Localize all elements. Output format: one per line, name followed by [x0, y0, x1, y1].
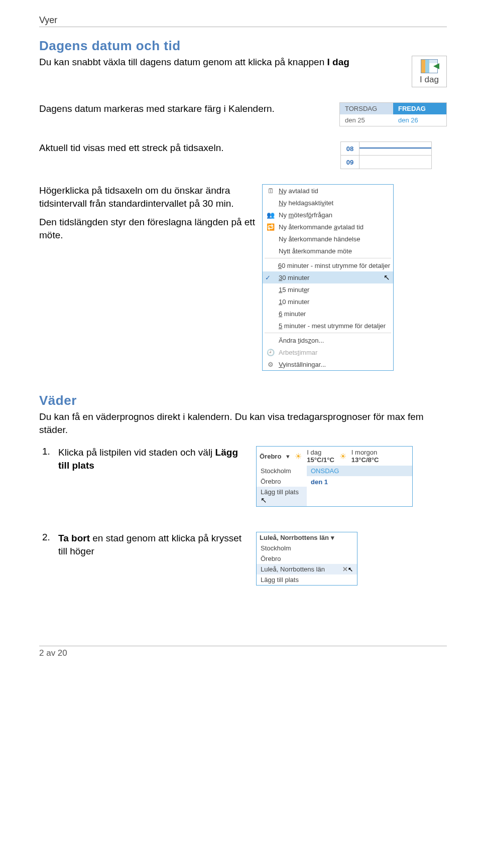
- daytable-th-torsdag: TORSDAG: [340, 103, 394, 115]
- idag-button-screenshot: I dag: [412, 56, 447, 87]
- weather-dropdown-2[interactable]: Luleå, Norrbottens län ▾ Stockholm Örebr…: [256, 532, 357, 586]
- page: Vyer Dagens datum och tid Du kan snabbt …: [0, 0, 482, 673]
- context-menu[interactable]: 🗓Ny avtalad tid Ny heldagsaktivitet 👥Ny …: [262, 184, 394, 371]
- chevron-down-icon[interactable]: ▾: [286, 453, 290, 460]
- daytable-th-fredag: FREDAG: [393, 103, 447, 115]
- sun-icon: ☀: [295, 452, 302, 461]
- p4: Högerklicka på tidsaxeln om du önskar än…: [39, 184, 255, 210]
- page-footer: 2 av 20: [39, 646, 447, 658]
- w2-opt-add[interactable]: Lägg till plats: [257, 574, 357, 585]
- weather-dropdown-1[interactable]: Örebro▾ ☀ I dag15°C/1°C ☀ I morgon13°C/8…: [256, 446, 413, 507]
- text-idag: Du kan snabbt växla till dagens datum ge…: [39, 56, 402, 69]
- context-menu-screenshot: 🗓Ny avtalad tid Ny heldagsaktivitet 👥Ny …: [262, 184, 394, 371]
- w1-opt-orebro[interactable]: Örebro: [257, 476, 307, 487]
- w1-today-lbl: I dag: [307, 449, 321, 456]
- menu-ny-aterkom-handelse[interactable]: Ny återkommande händelse: [263, 233, 393, 245]
- w1-daycell: den 1: [307, 476, 412, 488]
- daytable-d1: den 25: [340, 114, 394, 126]
- timeaxis-screenshot: 08 09: [340, 141, 432, 169]
- w2-city: Luleå, Norrbottens län: [260, 534, 329, 541]
- idag-button[interactable]: I dag: [412, 56, 447, 87]
- menu-15min[interactable]: 15 minuter: [263, 283, 393, 296]
- menu-tidszon[interactable]: Ändra tidszon...: [263, 334, 393, 346]
- w1-opt-stockholm[interactable]: Stockholm: [257, 466, 307, 476]
- p1b: I dag: [327, 57, 349, 67]
- cursor-icon: ↖: [384, 273, 390, 282]
- step-2: Ta bort en stad genom att klicka på krys…: [39, 532, 447, 586]
- check-icon: ✓: [265, 274, 271, 281]
- heading-dagens-datum: Dagens datum och tid: [39, 38, 447, 54]
- hour-08: 08: [341, 142, 359, 155]
- w2-opt-lulea[interactable]: Luleå, Norrbottens län✕↖: [257, 564, 357, 574]
- step1a: Klicka på listpilen vid staden och välj: [58, 447, 215, 458]
- day-table: TORSDAG FREDAG den 25 den 26: [339, 102, 447, 126]
- menu-ny-avtalad-tid[interactable]: 🗓Ny avtalad tid: [263, 185, 393, 197]
- clock-icon: 🕘: [266, 348, 276, 357]
- w1-tom-lbl: I morgon: [351, 449, 377, 456]
- w1-dayhdr: ONSDAG: [307, 466, 412, 476]
- hour-09: 09: [341, 156, 359, 169]
- menu-vyinstallningar[interactable]: ⚙Vyinställningar...: [263, 358, 393, 370]
- recur-icon: 🔁: [266, 222, 276, 231]
- row-tidsaxel: Aktuell tid visas med ett streck på tids…: [39, 141, 447, 169]
- menu-5min[interactable]: 5 minuter - mest utrymme för detaljer: [263, 320, 393, 332]
- menu-nytt-aterkom-mote[interactable]: Nytt återkommande möte: [263, 245, 393, 257]
- p1a: Du kan snabbt växla till dagens datum ge…: [39, 57, 327, 67]
- menu-arbetstimmar: 🕘Arbetstimmar: [263, 346, 393, 358]
- w1-today-temp: 15°C/1°C: [307, 456, 334, 464]
- w1-opt-add[interactable]: Lägg till plats ↖: [257, 487, 307, 506]
- remove-icon[interactable]: ✕↖: [342, 565, 353, 573]
- menu-10min[interactable]: 10 minuter: [263, 296, 393, 308]
- cursor-icon: ↖: [261, 496, 267, 504]
- p-vader: Du kan få en väderprognos direkt i kalen…: [39, 410, 447, 436]
- w1-tom-temp: 13°C/8°C: [351, 456, 379, 464]
- interval-text: Högerklicka på tidsaxeln om du önskar än…: [39, 184, 255, 242]
- current-time-line: [359, 148, 431, 149]
- idag-label: I dag: [414, 75, 444, 85]
- menu-ny-aterkom-avtalad[interactable]: 🔁Ny återkommande avtalad tid: [263, 221, 393, 233]
- w2-opt-stockholm[interactable]: Stockholm: [257, 543, 357, 553]
- time-axis: 08 09: [340, 141, 432, 169]
- menu-ny-mote[interactable]: 👥Ny mötesförfrågan: [263, 209, 393, 221]
- daytable-d2: den 26: [393, 114, 447, 126]
- p5: Den tidslängden styr den föreslagna läng…: [39, 216, 255, 241]
- weather2-screenshot: Luleå, Norrbottens län ▾ Stockholm Örebr…: [256, 532, 357, 586]
- menu-6min[interactable]: 6 minuter: [263, 308, 393, 320]
- sun-icon-2: ☀: [339, 452, 346, 461]
- chevron-down-icon[interactable]: ▾: [331, 534, 334, 541]
- steps-list: Klicka på listpilen vid staden och välj …: [39, 446, 447, 586]
- w1-city: Örebro: [260, 453, 281, 460]
- step2a: Ta bort: [58, 533, 90, 543]
- meeting-icon: 👥: [266, 210, 276, 219]
- calendar-icon: 🗓: [266, 186, 276, 195]
- calendar-today-icon: [421, 59, 438, 73]
- row-markering: Dagens datum markeras med starkare färg …: [39, 102, 447, 126]
- p2: Dagens datum markeras med starkare färg …: [39, 102, 332, 115]
- daytable-screenshot: TORSDAG FREDAG den 25 den 26: [339, 102, 447, 126]
- heading-vader: Väder: [39, 393, 447, 408]
- page-header: Vyer: [39, 15, 447, 27]
- step-1: Klicka på listpilen vid staden och välj …: [39, 446, 447, 507]
- weather1-screenshot: Örebro▾ ☀ I dag15°C/1°C ☀ I morgon13°C/8…: [256, 446, 413, 507]
- cursor-icon: ↖: [348, 566, 353, 573]
- menu-ny-heldag[interactable]: Ny heldagsaktivitet: [263, 197, 393, 209]
- menu-sep2: [265, 333, 391, 333]
- menu-sep: [265, 258, 391, 258]
- menu-30min[interactable]: ✓30 minuter↖: [263, 271, 393, 283]
- w2-opt-orebro[interactable]: Örebro: [257, 553, 357, 564]
- menu-60min[interactable]: 60 minuter - minst utrymme för detaljer: [263, 259, 393, 271]
- row-idag: Du kan snabbt växla till dagens datum ge…: [39, 56, 447, 87]
- p3: Aktuell tid visas med ett streck på tids…: [39, 141, 333, 155]
- row-interval: Högerklicka på tidsaxeln om du önskar än…: [39, 184, 447, 371]
- gear-icon: ⚙: [266, 360, 276, 369]
